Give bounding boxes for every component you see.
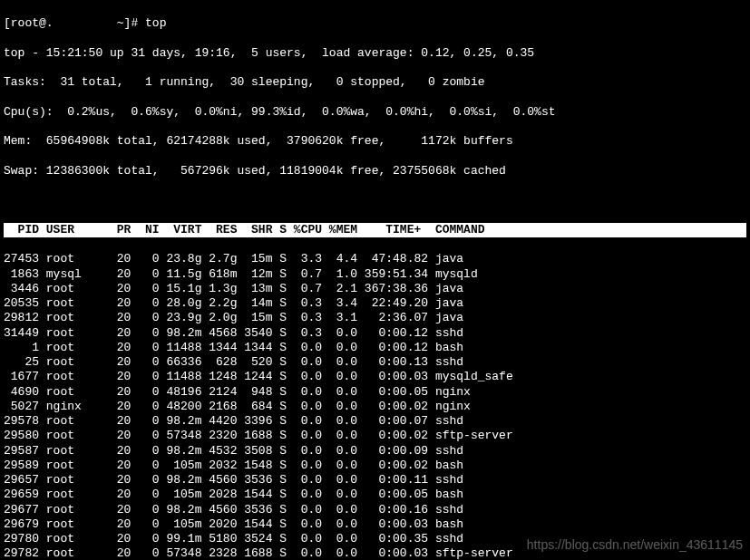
process-row: 29659 root 20 0 105m 2028 1544 S 0.0 0.0…	[4, 488, 746, 502]
process-row: 25 root 20 0 66336 628 520 S 0.0 0.0 0:0…	[4, 355, 746, 370]
process-row: 29677 root 20 0 98.2m 4560 3536 S 0.0 0.…	[4, 503, 746, 517]
process-row: 29578 root 20 0 98.2m 4420 3396 S 0.0 0.…	[4, 414, 746, 429]
summary-line-3: Cpu(s): 0.2%us, 0.6%sy, 0.0%ni, 99.3%id,…	[4, 105, 746, 120]
process-row: 29587 root 20 0 98.2m 4532 3508 S 0.0 0.…	[4, 444, 746, 459]
process-row: 1863 mysql 20 0 11.5g 618m 12m S 0.7 1.0…	[4, 267, 746, 282]
prompt-line: [root@. ~]# top	[4, 16, 746, 31]
summary-line-5: Swap: 12386300k total, 567296k used, 118…	[4, 164, 746, 179]
summary-line-2: Tasks: 31 total, 1 running, 30 sleeping,…	[4, 75, 746, 90]
terminal-output[interactable]: [root@. ~]# top top - 15:21:50 up 31 day…	[0, 0, 750, 560]
process-row: 5027 nginx 20 0 48200 2168 684 S 0.0 0.0…	[4, 400, 746, 414]
process-row: 1 root 20 0 11488 1344 1344 S 0.0 0.0 0:…	[4, 341, 746, 355]
process-row: 4690 root 20 0 48196 2124 948 S 0.0 0.0 …	[4, 385, 746, 400]
process-row: 27453 root 20 0 23.8g 2.7g 15m S 3.3 4.4…	[4, 252, 746, 266]
process-row: 1677 root 20 0 11488 1248 1244 S 0.0 0.0…	[4, 370, 746, 384]
process-row: 3446 root 20 0 15.1g 1.3g 13m S 0.7 2.1 …	[4, 282, 746, 296]
summary-line-1: top - 15:21:50 up 31 days, 19:16, 5 user…	[4, 46, 746, 61]
process-row: 29589 root 20 0 105m 2032 1548 S 0.0 0.0…	[4, 459, 746, 473]
process-row: 29657 root 20 0 98.2m 4560 3536 S 0.0 0.…	[4, 473, 746, 488]
watermark: https://blog.csdn.net/weixin_43611145	[527, 537, 743, 554]
process-row: 29580 root 20 0 57348 2320 1688 S 0.0 0.…	[4, 429, 746, 443]
process-header: PID USER PR NI VIRT RES SHR S %CPU %MEM …	[4, 223, 746, 237]
process-row: 20535 root 20 0 28.0g 2.2g 14m S 0.3 3.4…	[4, 296, 746, 311]
process-row: 31449 root 20 0 98.2m 4568 3540 S 0.3 0.…	[4, 326, 746, 341]
process-row: 29679 root 20 0 105m 2020 1544 S 0.0 0.0…	[4, 517, 746, 532]
summary-line-4: Mem: 65964908k total, 62174288k used, 37…	[4, 134, 746, 149]
process-row: 29812 root 20 0 23.9g 2.0g 15m S 0.3 3.1…	[4, 311, 746, 325]
blank-line	[4, 193, 746, 208]
process-list: 27453 root 20 0 23.8g 2.7g 15m S 3.3 4.4…	[4, 252, 746, 560]
